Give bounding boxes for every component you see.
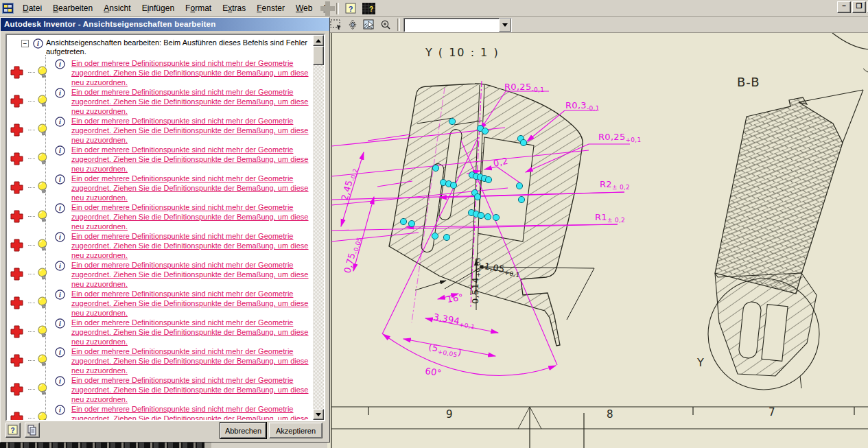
error-row[interactable]: i Ein oder mehrere Definitionspunkte sin… — [7, 144, 313, 173]
dialog-help-button[interactable]: ? — [5, 423, 21, 438]
error-link[interactable]: Ein oder mehrere Definitionspunkte sind … — [71, 173, 313, 202]
error-cross-icon — [10, 354, 23, 367]
dialog-button-row: ? Abbrechen Akzeptieren — [1, 423, 329, 439]
zoom-in-button[interactable] — [377, 18, 394, 32]
error-cross-icon — [10, 325, 23, 338]
svg-text:i: i — [59, 176, 61, 183]
svg-text:i: i — [59, 60, 61, 68]
error-row[interactable]: i Ein oder mehrere Definitionspunkte sin… — [7, 86, 313, 115]
error-link[interactable]: Ein oder mehrere Definitionspunkte sind … — [71, 403, 313, 420]
scroll-up-button[interactable] — [313, 35, 324, 46]
definition-point[interactable] — [400, 218, 406, 224]
error-row[interactable]: i Ein oder mehrere Definitionspunkte sin… — [7, 202, 313, 231]
lightbulb-icon — [36, 411, 49, 421]
menu-extras[interactable]: Extras — [217, 1, 251, 15]
definition-point[interactable] — [450, 182, 456, 188]
definition-point[interactable] — [432, 165, 438, 171]
menu-bar: Datei Bearbeiten Ansicht Einfügen Format… — [0, 0, 868, 17]
error-row[interactable]: i Ein oder mehrere Definitionspunkte sin… — [7, 288, 313, 317]
whats-this-button[interactable]: ? — [360, 1, 377, 16]
cancel-button[interactable]: Abbrechen — [220, 423, 266, 438]
drawing-canvas[interactable]: Y ( 10 : 1 )B-BY R0,25-0,1R0,3-0,1R0,25+… — [327, 32, 868, 448]
restore-button[interactable]: ❐ — [852, 1, 866, 13]
error-cross-icon — [10, 268, 23, 281]
zoom-select-button[interactable] — [344, 18, 361, 32]
error-link[interactable]: Ein oder mehrere Definitionspunkte sind … — [71, 346, 313, 375]
error-list[interactable]: − i Ansichtseigenschaften bearbeiten: Be… — [5, 34, 325, 421]
error-link[interactable]: Ein oder mehrere Definitionspunkte sind … — [71, 115, 313, 145]
menu-bearbeiten[interactable]: Bearbeiten — [47, 1, 98, 15]
error-row[interactable]: i Ein oder mehrere Definitionspunkte sin… — [7, 403, 313, 420]
copy-button[interactable] — [25, 423, 40, 438]
definition-point[interactable] — [484, 213, 491, 220]
scroll-thumb[interactable] — [313, 46, 324, 65]
error-row[interactable]: i Ein oder mehrere Definitionspunkte sin… — [7, 231, 313, 259]
definition-point[interactable] — [408, 220, 414, 226]
error-link[interactable]: Ein oder mehrere Definitionspunkte sind … — [71, 202, 313, 231]
definition-point[interactable] — [432, 233, 438, 239]
definition-point[interactable] — [520, 139, 526, 145]
window-controls: – ❐ × — [837, 1, 868, 13]
minimize-button[interactable]: – — [837, 1, 851, 13]
style-combobox[interactable] — [403, 18, 512, 32]
info-icon: i — [55, 203, 65, 213]
definition-point[interactable] — [485, 176, 491, 182]
info-icon: i — [55, 232, 65, 242]
error-link[interactable]: Ein oder mehrere Definitionspunkte sind … — [71, 317, 313, 346]
view-label: Y — [696, 356, 704, 369]
definition-point[interactable] — [478, 212, 484, 218]
error-link[interactable]: Ein oder mehrere Definitionspunkte sind … — [71, 375, 313, 404]
zoom-in-icon — [379, 19, 392, 30]
menu-fenster[interactable]: Fenster — [251, 1, 290, 15]
error-cross-icon — [10, 296, 23, 309]
info-icon: i — [55, 59, 65, 69]
menu-ansicht[interactable]: Ansicht — [98, 1, 136, 15]
help-icon: ? — [345, 3, 357, 14]
select-window-button[interactable] — [328, 18, 344, 32]
error-link[interactable]: Ein oder mehrere Definitionspunkte sind … — [71, 288, 313, 318]
lightbulb-icon — [36, 267, 49, 281]
scrollbar[interactable] — [313, 35, 324, 420]
error-link[interactable]: Ein oder mehrere Definitionspunkte sind … — [71, 231, 313, 260]
definition-point[interactable] — [516, 182, 522, 189]
menu-format[interactable]: Format — [180, 1, 217, 15]
menu-web[interactable]: Web — [290, 1, 318, 15]
definition-point[interactable] — [474, 193, 480, 200]
definition-point[interactable] — [493, 214, 499, 220]
menu-einfuegen[interactable]: Einfügen — [137, 1, 180, 15]
error-link[interactable]: Ein oder mehrere Definitionspunkte sind … — [71, 86, 313, 116]
info-icon: i — [55, 261, 65, 271]
definition-point[interactable] — [443, 234, 449, 240]
info-icon: i — [55, 88, 65, 98]
scroll-down-button[interactable] — [313, 409, 324, 420]
menu-datei[interactable]: Datei — [17, 1, 47, 15]
error-row[interactable]: i Ein oder mehrere Definitionspunkte sin… — [7, 375, 313, 403]
zone-number: 8 — [607, 408, 613, 421]
svg-text:i: i — [59, 118, 61, 126]
lightbulb-icon — [36, 353, 49, 368]
error-cross-icon — [10, 95, 23, 108]
error-row[interactable]: i Ein oder mehrere Definitionspunkte sin… — [7, 259, 313, 288]
error-link[interactable]: Ein oder mehrere Definitionspunkte sind … — [71, 58, 313, 87]
definition-point[interactable] — [449, 118, 455, 124]
pointer-hatch-button[interactable] — [361, 18, 377, 32]
application-window: Datei Bearbeiten Ansicht Einfügen Format… — [0, 0, 868, 448]
collapse-icon[interactable]: − — [21, 40, 29, 47]
svg-text:i: i — [37, 40, 39, 47]
error-link[interactable]: Ein oder mehrere Definitionspunkte sind … — [71, 259, 313, 289]
style-combo-input[interactable] — [406, 19, 499, 31]
error-row[interactable]: i Ein oder mehrere Definitionspunkte sin… — [7, 173, 313, 202]
error-cross-icon — [10, 181, 23, 194]
error-list-header: − i Ansichtseigenschaften bearbeiten: Be… — [7, 35, 313, 58]
info-icon: i — [33, 38, 43, 49]
help-button[interactable]: ? — [342, 1, 359, 16]
error-row[interactable]: i Ein oder mehrere Definitionspunkte sin… — [7, 115, 313, 144]
combo-dropdown-button[interactable] — [499, 19, 511, 32]
error-row[interactable]: i Ein oder mehrere Definitionspunkte sin… — [7, 317, 313, 346]
definition-point[interactable] — [482, 128, 488, 134]
accept-button[interactable]: Akzeptieren — [269, 423, 322, 438]
error-row[interactable]: i Ein oder mehrere Definitionspunkte sin… — [7, 346, 313, 375]
error-link[interactable]: Ein oder mehrere Definitionspunkte sind … — [71, 144, 313, 174]
error-row[interactable]: i Ein oder mehrere Definitionspunkte sin… — [7, 58, 313, 86]
definition-point[interactable] — [518, 196, 524, 202]
